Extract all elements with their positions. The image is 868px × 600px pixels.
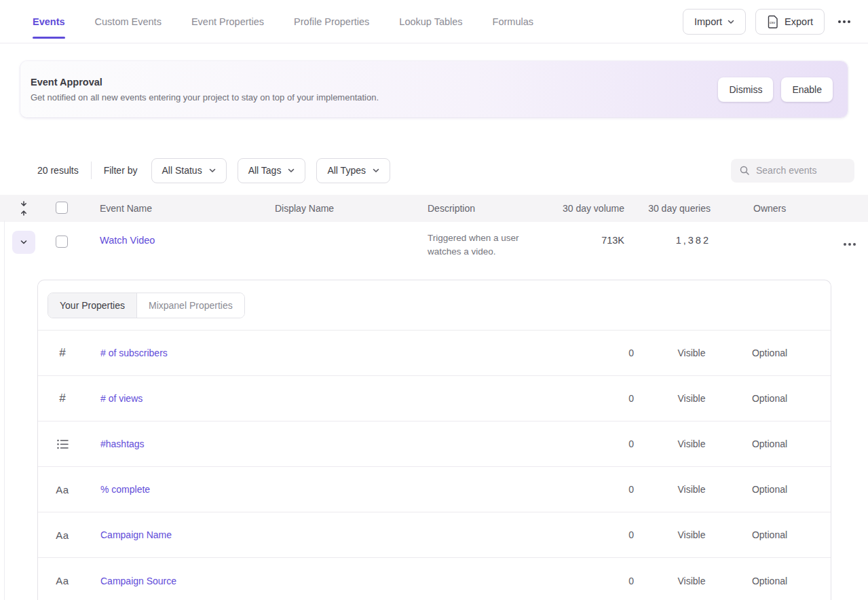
number-type-icon: # <box>54 392 71 405</box>
dismiss-button[interactable]: Dismiss <box>718 77 773 102</box>
text-type-icon: Aa <box>54 484 71 495</box>
results-count: 20 results <box>37 165 79 176</box>
number-type-icon: # <box>54 346 71 360</box>
properties-panel: Your Properties Mixpanel Properties # # … <box>37 280 831 600</box>
property-queries: 0 <box>593 576 654 586</box>
banner-text: Event Approval Get notified on all new e… <box>31 77 379 102</box>
export-button[interactable]: csv Export <box>755 9 825 35</box>
event-description: Triggered when a user watches a video. <box>428 231 546 259</box>
ellipsis-icon <box>844 243 846 246</box>
nav-tab-profile-properties[interactable]: Profile Properties <box>294 0 369 43</box>
tab-your-properties[interactable]: Your Properties <box>48 293 137 318</box>
more-options-button[interactable] <box>834 9 854 35</box>
property-row: # # of subscribers 0 Visible Optional <box>38 331 831 376</box>
property-visibility: Visible <box>654 393 729 404</box>
expanded-row-rail <box>4 221 5 600</box>
export-button-label: Export <box>785 16 813 27</box>
select-all-checkbox[interactable] <box>56 202 68 214</box>
search-icon <box>739 165 750 176</box>
property-requirement: Optional <box>729 393 810 404</box>
tab-mixpanel-properties[interactable]: Mixpanel Properties <box>137 293 244 318</box>
nav-tab-label: Event Properties <box>191 16 264 27</box>
top-nav: EventsCustom EventsEvent PropertiesProfi… <box>0 0 868 43</box>
nav-tab-label: Formulas <box>493 16 533 27</box>
property-requirement: Optional <box>729 529 810 540</box>
status-filter-value: All Status <box>162 165 202 176</box>
nav-tab-lookup-tables[interactable]: Lookup Tables <box>399 0 462 43</box>
property-visibility: Visible <box>654 529 729 540</box>
nav-actions: Import csv Export <box>683 9 854 35</box>
nav-tab-custom-events[interactable]: Custom Events <box>95 0 162 43</box>
property-queries: 0 <box>593 438 654 449</box>
property-visibility: Visible <box>654 576 729 586</box>
search-input[interactable] <box>756 165 844 176</box>
event-name-link[interactable]: Watch Video <box>87 235 155 246</box>
event-approval-banner: Event Approval Get notified on all new e… <box>20 61 848 117</box>
header-volume: 30 day volume <box>556 203 624 214</box>
chevron-down-icon <box>373 167 379 174</box>
types-filter-dropdown[interactable]: All Types <box>316 158 390 183</box>
properties-tab-group: Your Properties Mixpanel Properties <box>48 293 245 318</box>
divider <box>91 162 92 179</box>
nav-tab-label: Lookup Tables <box>399 16 462 27</box>
nav-tab-events[interactable]: Events <box>33 0 65 43</box>
properties-tabs-section: Your Properties Mixpanel Properties <box>38 280 831 331</box>
filter-by-label: Filter by <box>104 165 138 176</box>
property-queries: 0 <box>593 529 654 540</box>
property-name-link[interactable]: Campaign Name <box>100 529 172 540</box>
banner-actions: Dismiss Enable <box>718 77 833 102</box>
property-visibility: Visible <box>654 348 729 358</box>
filter-bar: 20 results Filter by All Status All Tags… <box>0 157 868 183</box>
import-button[interactable]: Import <box>683 9 746 35</box>
event-volume: 713K <box>556 235 624 246</box>
property-queries: 0 <box>593 393 654 404</box>
nav-tab-label: Events <box>33 16 65 27</box>
row-more-options-button[interactable] <box>844 238 846 251</box>
text-type-icon: Aa <box>54 529 71 541</box>
nav-tab-formulas[interactable]: Formulas <box>493 0 533 43</box>
property-name-link[interactable]: # of subscribers <box>100 348 168 358</box>
property-requirement: Optional <box>729 348 810 358</box>
enable-button[interactable]: Enable <box>781 77 833 102</box>
chevron-down-icon <box>288 167 295 174</box>
property-queries: 0 <box>593 484 654 495</box>
table-header: Event Name Display Name Description 30 d… <box>0 195 868 222</box>
tags-filter-dropdown[interactable]: All Tags <box>238 158 306 183</box>
property-requirement: Optional <box>729 576 810 586</box>
property-requirement: Optional <box>729 438 810 449</box>
properties-list: # # of subscribers 0 Visible Optional # … <box>38 331 831 600</box>
banner-title: Event Approval <box>31 77 379 88</box>
property-row: Aa Campaign Name 0 Visible Optional <box>38 512 831 558</box>
list-type-icon <box>54 439 71 449</box>
nav-tab-label: Custom Events <box>95 16 162 27</box>
property-queries: 0 <box>593 348 654 358</box>
nav-tab-label: Profile Properties <box>294 16 369 27</box>
row-checkbox[interactable] <box>56 236 68 248</box>
property-visibility: Visible <box>654 438 729 449</box>
property-visibility: Visible <box>654 484 729 495</box>
chevron-down-icon <box>20 238 28 246</box>
status-filter-dropdown[interactable]: All Status <box>151 158 227 183</box>
header-event-name: Event Name <box>87 203 275 214</box>
collapse-row-button[interactable] <box>12 231 35 254</box>
property-row: Aa % complete 0 Visible Optional <box>38 467 831 512</box>
header-owners: Owners <box>711 203 812 214</box>
event-table-row: Watch Video Triggered when a user watche… <box>0 222 868 269</box>
event-queries: 1,382 <box>624 235 711 246</box>
property-name-link[interactable]: % complete <box>100 484 150 495</box>
svg-text:csv: csv <box>770 20 776 24</box>
property-name-link[interactable]: Campaign Source <box>100 576 176 586</box>
text-type-icon: Aa <box>54 575 71 586</box>
tags-filter-value: All Tags <box>248 165 282 176</box>
types-filter-value: All Types <box>327 165 366 176</box>
nav-tab-event-properties[interactable]: Event Properties <box>191 0 264 43</box>
import-button-label: Import <box>694 16 722 27</box>
banner-description: Get notified on all new events entering … <box>31 92 379 102</box>
collapse-all-button[interactable] <box>12 201 29 216</box>
chevron-down-icon <box>209 167 216 174</box>
property-name-link[interactable]: # of views <box>100 393 143 404</box>
property-name-link[interactable]: #hashtags <box>100 438 145 449</box>
header-display-name: Display Name <box>275 203 428 214</box>
property-row: Aa Campaign Source 0 Visible Optional <box>38 558 831 600</box>
header-description: Description <box>428 203 556 214</box>
